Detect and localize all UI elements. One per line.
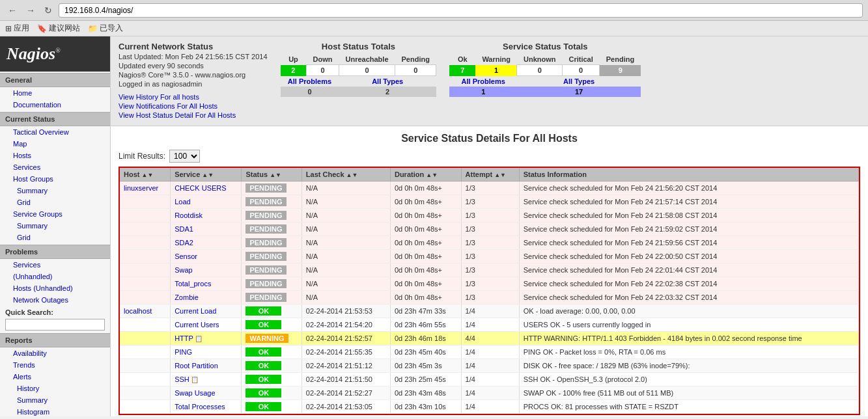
col-attempt[interactable]: Attempt ▲▼ bbox=[461, 168, 519, 182]
col-service[interactable]: Service ▲▼ bbox=[171, 168, 242, 182]
service-link[interactable]: SSH bbox=[175, 375, 189, 383]
col-last-check[interactable]: Last Check ▲▼ bbox=[301, 168, 390, 182]
cell-host[interactable]: localhost bbox=[120, 304, 171, 318]
cell-service[interactable]: Zombie bbox=[171, 291, 242, 304]
sidebar-item-problems-services[interactable]: Services bbox=[0, 259, 110, 271]
url-bar[interactable] bbox=[59, 3, 863, 18]
cell-service[interactable]: Root Partition bbox=[171, 359, 242, 373]
cell-status[interactable]: PENDING bbox=[242, 236, 301, 250]
service-link[interactable]: CHECK USERS bbox=[175, 184, 226, 192]
svc-sub-all-problems[interactable]: All Problems bbox=[449, 76, 517, 87]
svc-val-warning[interactable]: 1 bbox=[475, 65, 517, 76]
host-val-pending[interactable]: 0 bbox=[395, 65, 436, 76]
bookmark-apps[interactable]: ⊞ 应用 bbox=[5, 23, 29, 34]
cell-status[interactable]: OK bbox=[242, 345, 301, 359]
limit-select[interactable]: 100 50 200 bbox=[169, 150, 200, 163]
quick-search-input[interactable] bbox=[5, 319, 105, 331]
cell-status[interactable]: PENDING bbox=[242, 209, 301, 223]
service-link[interactable]: Current Users bbox=[175, 321, 219, 329]
sidebar-item-tactical-overview[interactable]: Tactical Overview bbox=[0, 126, 110, 138]
host-types-val[interactable]: 2 bbox=[339, 87, 436, 97]
col-host[interactable]: Host ▲▼ bbox=[120, 168, 171, 182]
svc-problems-val[interactable]: 1 bbox=[449, 87, 517, 97]
cell-service[interactable]: Total_procs bbox=[171, 277, 242, 291]
cell-status[interactable]: OK bbox=[242, 386, 301, 400]
service-link[interactable]: Total Processes bbox=[175, 403, 225, 411]
sidebar-item-service-groups[interactable]: Service Groups bbox=[0, 208, 110, 220]
sidebar-item-home[interactable]: Home bbox=[0, 87, 110, 99]
cell-service[interactable]: PING bbox=[171, 345, 242, 359]
col-status[interactable]: Status ▲▼ bbox=[242, 168, 301, 182]
sidebar-item-trends[interactable]: Trends bbox=[0, 359, 110, 371]
service-link[interactable]: Total_procs bbox=[175, 280, 211, 288]
cell-service[interactable]: Current Load bbox=[171, 304, 242, 318]
sidebar-item-alerts[interactable]: Alerts bbox=[0, 371, 110, 383]
sidebar-item-servicegroups-grid[interactable]: Grid bbox=[0, 232, 110, 243]
svc-sub-all-types[interactable]: All Types bbox=[517, 76, 641, 87]
cell-status[interactable]: PENDING bbox=[242, 264, 301, 277]
cell-status[interactable]: PENDING bbox=[242, 291, 301, 304]
cell-service[interactable]: Rootdisk bbox=[171, 209, 242, 223]
host-val-unreachable[interactable]: 0 bbox=[339, 65, 395, 76]
cell-service[interactable]: Swap bbox=[171, 264, 242, 277]
cell-service[interactable]: Swap Usage bbox=[171, 386, 242, 400]
cell-status[interactable]: PENDING bbox=[242, 195, 301, 209]
cell-status[interactable]: OK bbox=[242, 373, 301, 386]
back-button[interactable]: ← bbox=[5, 4, 20, 17]
host-val-down[interactable]: 0 bbox=[307, 65, 339, 76]
sidebar-item-host-groups[interactable]: Host Groups bbox=[0, 173, 110, 185]
cell-status[interactable]: OK bbox=[242, 400, 301, 414]
sidebar-item-availability[interactable]: Availability bbox=[0, 347, 110, 359]
cell-service[interactable]: Current Users bbox=[171, 318, 242, 332]
host-sub-all-problems[interactable]: All Problems bbox=[281, 76, 339, 87]
host-sub-all-types[interactable]: All Types bbox=[339, 76, 436, 87]
sidebar-item-documentation[interactable]: Documentation bbox=[0, 99, 110, 111]
cell-service[interactable]: HTTP📋 bbox=[171, 332, 242, 345]
service-link[interactable]: Root Partition bbox=[175, 362, 218, 370]
bookmark-imported[interactable]: 📁 已导入 bbox=[88, 23, 123, 34]
view-history-link[interactable]: View History For all hosts bbox=[119, 93, 268, 101]
sidebar-item-services[interactable]: Services bbox=[0, 161, 110, 173]
cell-service[interactable]: SSH📋 bbox=[171, 373, 242, 386]
service-link[interactable]: SDA2 bbox=[175, 239, 193, 247]
sidebar-item-map[interactable]: Map bbox=[0, 138, 110, 150]
cell-status[interactable]: OK bbox=[242, 359, 301, 373]
svc-val-pending[interactable]: 9 bbox=[600, 65, 641, 76]
cell-service[interactable]: CHECK USERS bbox=[171, 182, 242, 195]
service-link[interactable]: Rootdisk bbox=[175, 211, 203, 219]
sidebar-item-alerts-summary[interactable]: Summary bbox=[0, 394, 110, 406]
svc-val-ok[interactable]: 7 bbox=[449, 65, 475, 76]
forward-button[interactable]: → bbox=[23, 4, 38, 17]
cell-status[interactable]: OK bbox=[242, 318, 301, 332]
sidebar-item-network-outages[interactable]: Network Outages bbox=[0, 294, 110, 306]
view-host-status-link[interactable]: View Host Status Detail For All Hosts bbox=[119, 111, 268, 119]
service-link[interactable]: SDA1 bbox=[175, 225, 193, 233]
service-link[interactable]: Swap bbox=[175, 266, 193, 274]
service-link[interactable]: Current Load bbox=[175, 307, 216, 315]
sidebar-item-hosts[interactable]: Hosts bbox=[0, 150, 110, 161]
cell-status[interactable]: WARNING bbox=[242, 332, 301, 345]
service-link[interactable]: HTTP bbox=[175, 334, 193, 342]
cell-service[interactable]: SDA2 bbox=[171, 236, 242, 250]
svc-types-val[interactable]: 17 bbox=[517, 87, 641, 97]
sidebar-item-alerts-histogram[interactable]: Histogram bbox=[0, 406, 110, 416]
sidebar-item-problems-unhandled[interactable]: (Unhandled) bbox=[0, 271, 110, 282]
service-link[interactable]: Zombie bbox=[175, 293, 199, 301]
cell-status[interactable]: OK bbox=[242, 304, 301, 318]
cell-host[interactable]: linuxserver bbox=[120, 182, 171, 195]
reload-button[interactable]: ↻ bbox=[42, 4, 55, 17]
sidebar-item-hosts-unhandled[interactable]: Hosts (Unhandled) bbox=[0, 282, 110, 294]
host-link[interactable]: localhost bbox=[124, 307, 152, 315]
cell-status[interactable]: PENDING bbox=[242, 182, 301, 195]
sidebar-item-hostgroups-grid[interactable]: Grid bbox=[0, 196, 110, 208]
service-link[interactable]: Load bbox=[175, 198, 190, 206]
col-duration[interactable]: Duration ▲▼ bbox=[390, 168, 461, 182]
cell-service[interactable]: Total Processes bbox=[171, 400, 242, 414]
cell-status[interactable]: PENDING bbox=[242, 250, 301, 264]
view-notifications-link[interactable]: View Notifications For All Hosts bbox=[119, 102, 268, 110]
host-val-up[interactable]: 2 bbox=[281, 65, 307, 76]
sidebar-item-hostgroups-summary[interactable]: Summary bbox=[0, 185, 110, 196]
cell-status[interactable]: PENDING bbox=[242, 277, 301, 291]
svc-val-unknown[interactable]: 0 bbox=[517, 65, 563, 76]
service-link[interactable]: PING bbox=[175, 348, 192, 356]
